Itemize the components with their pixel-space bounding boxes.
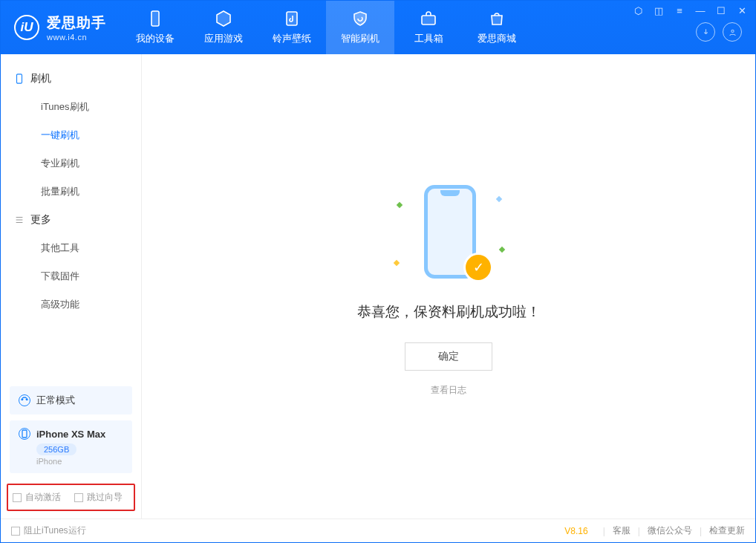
window-controls: ⬡ ◫ ≡ ― ☐ ✕ <box>632 5 748 16</box>
nav-label: 爱思商城 <box>478 32 516 45</box>
svg-rect-5 <box>22 430 27 438</box>
nav-label: 工具箱 <box>414 32 443 45</box>
device-card[interactable]: iPhone XS Max 256GB iPhone <box>10 420 132 473</box>
nav-label: 智能刷机 <box>341 32 379 45</box>
nav-label: 我的设备 <box>136 32 175 45</box>
more-list: 其他工具 下载固件 高级功能 <box>1 234 141 319</box>
sidebar-item-pro-flash[interactable]: 专业刷机 <box>1 149 141 178</box>
device-type: iPhone <box>36 457 123 466</box>
sidebar-item-itunes-flash[interactable]: iTunes刷机 <box>1 93 141 121</box>
checkbox-icon <box>13 493 22 502</box>
main-content: ✓ 恭喜您，保资料刷机成功啦！ 确定 查看日志 <box>142 54 755 518</box>
sidebar-section-flash: 刷机 <box>1 65 141 93</box>
flash-list: iTunes刷机 一键刷机 专业刷机 批量刷机 <box>1 93 141 206</box>
nav-store[interactable]: 爱思商城 <box>463 1 531 54</box>
device-storage: 256GB <box>36 443 76 455</box>
device-icon <box>19 428 30 440</box>
sidebar-item-advanced[interactable]: 高级功能 <box>1 290 141 319</box>
maximize-button[interactable]: ☐ <box>715 5 727 16</box>
close-button[interactable]: ✕ <box>736 5 748 16</box>
sidebar-bottom: 正常模式 iPhone XS Max 256GB iPhone <box>1 386 141 479</box>
link-check-update[interactable]: 检查更新 <box>709 524 745 537</box>
checkbox-label: 跳过向导 <box>87 491 123 504</box>
checkbox-auto-activate[interactable]: 自动激活 <box>13 491 61 504</box>
shirt-icon[interactable]: ⬡ <box>632 5 644 16</box>
phone-icon <box>146 10 164 27</box>
svg-rect-4 <box>17 74 22 83</box>
brand-text: 爱思助手 www.i4.cn <box>47 13 106 42</box>
nav-toolbox[interactable]: 工具箱 <box>394 1 463 54</box>
highlighted-options: 自动激活 跳过向导 <box>7 484 135 511</box>
list-icon <box>14 215 25 225</box>
brand-logo: iU <box>14 15 39 40</box>
sidebar-item-one-click-flash[interactable]: 一键刷机 <box>1 121 141 149</box>
status-left: 阻止iTunes运行 <box>11 524 86 537</box>
check-badge-icon: ✓ <box>466 255 491 280</box>
sidebar: 刷机 iTunes刷机 一键刷机 专业刷机 批量刷机 更多 其他工具 下载固件 … <box>1 54 142 518</box>
brand-url: www.i4.cn <box>47 33 106 42</box>
sidebar-item-other-tools[interactable]: 其他工具 <box>1 234 141 262</box>
success-panel: ✓ 恭喜您，保资料刷机成功啦！ 确定 查看日志 <box>357 176 541 397</box>
nav-ringtones[interactable]: 铃声壁纸 <box>258 1 326 54</box>
account-button[interactable] <box>723 22 742 42</box>
svg-rect-2 <box>422 16 435 25</box>
bag-icon <box>488 10 506 27</box>
svg-rect-1 <box>287 12 297 25</box>
version-label: V8.16 <box>564 526 587 536</box>
checkbox-skip-guide[interactable]: 跳过向导 <box>74 491 123 504</box>
brand: iU 爱思助手 www.i4.cn <box>1 1 121 54</box>
checkbox-block-itunes[interactable]: 阻止iTunes运行 <box>11 524 86 537</box>
mode-label: 正常模式 <box>36 394 75 407</box>
sidebar-scroll: 刷机 iTunes刷机 一键刷机 专业刷机 批量刷机 更多 其他工具 下载固件 … <box>1 54 141 386</box>
status-bar: 阻止iTunes运行 V8.16 | 客服 | 微信公众号 | 检查更新 <box>1 518 755 542</box>
checkbox-label: 阻止iTunes运行 <box>24 524 86 537</box>
device-name: iPhone XS Max <box>36 429 105 440</box>
download-button[interactable] <box>696 22 715 42</box>
refresh-shield-icon <box>351 10 369 27</box>
sidebar-item-download-firmware[interactable]: 下载固件 <box>1 262 141 290</box>
nav-apps[interactable]: 应用游戏 <box>189 1 258 54</box>
device-icon <box>14 74 25 84</box>
sidebar-item-batch-flash[interactable]: 批量刷机 <box>1 178 141 206</box>
minimize-button[interactable]: ― <box>694 5 706 16</box>
app-window: iU 爱思助手 www.i4.cn 我的设备 应用游戏 铃声壁纸 智能刷机 <box>0 0 756 543</box>
briefcase-icon <box>420 10 437 27</box>
header-tools <box>696 22 748 42</box>
titlebar: iU 爱思助手 www.i4.cn 我的设备 应用游戏 铃声壁纸 智能刷机 <box>1 1 755 54</box>
titlebar-right: ⬡ ◫ ≡ ― ☐ ✕ <box>632 1 755 54</box>
music-file-icon <box>283 10 301 27</box>
nav-flash[interactable]: 智能刷机 <box>326 1 394 54</box>
nav-label: 铃声壁纸 <box>273 32 311 45</box>
nav-label: 应用游戏 <box>204 32 243 45</box>
menu-icon[interactable]: ≡ <box>674 5 685 16</box>
checkbox-icon <box>11 527 20 536</box>
success-message: 恭喜您，保资料刷机成功啦！ <box>357 302 541 322</box>
view-log-link[interactable]: 查看日志 <box>431 384 466 397</box>
body: 刷机 iTunes刷机 一键刷机 专业刷机 批量刷机 更多 其他工具 下载固件 … <box>1 54 755 518</box>
svg-point-3 <box>731 30 733 32</box>
status-right: V8.16 | 客服 | 微信公众号 | 检查更新 <box>564 524 745 537</box>
mode-icon <box>19 394 30 406</box>
brand-name: 爱思助手 <box>47 13 106 33</box>
section-title: 更多 <box>30 213 51 227</box>
checkbox-icon <box>74 493 83 502</box>
success-illustration: ✓ <box>393 176 504 287</box>
top-nav: 我的设备 应用游戏 铃声壁纸 智能刷机 工具箱 爱思商城 <box>121 1 531 54</box>
sidebar-section-more: 更多 <box>1 206 141 234</box>
link-support[interactable]: 客服 <box>613 524 630 537</box>
link-wechat[interactable]: 微信公众号 <box>648 524 692 537</box>
cube-icon <box>215 10 232 27</box>
svg-rect-0 <box>151 11 159 26</box>
mode-card[interactable]: 正常模式 <box>10 386 132 414</box>
nav-my-device[interactable]: 我的设备 <box>121 1 189 54</box>
section-title: 刷机 <box>30 72 51 85</box>
confirm-button[interactable]: 确定 <box>405 342 492 371</box>
lock-icon[interactable]: ◫ <box>653 5 665 16</box>
checkbox-label: 自动激活 <box>25 491 61 504</box>
